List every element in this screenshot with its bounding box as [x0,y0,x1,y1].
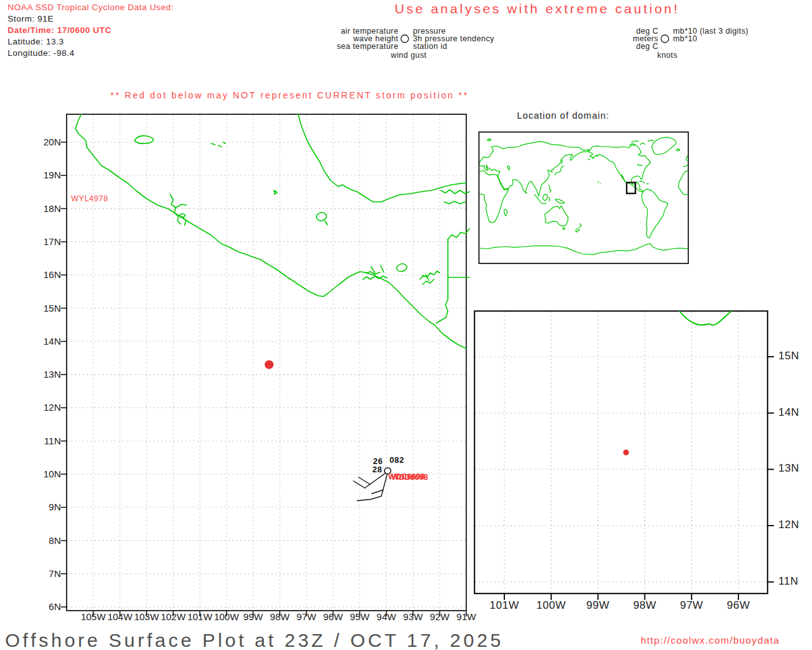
main-map-lat-label: 18N [29,203,61,214]
legend-unit-sea-temp: deg C [595,42,658,51]
main-map-lon-label: 96W [319,611,347,622]
station-sea-temp: 28 [372,465,382,475]
inset-map-title: Location of domain: [517,110,610,121]
main-map-lat-label: 10N [29,468,61,479]
buoy-label: WYL4978 [71,194,108,203]
main-map-lat-label: 15N [29,303,61,314]
source-url: http://coolwx.com/buoydata [641,635,780,646]
storm-position-dot-main [265,360,273,369]
zoom-map-lon-label: 96W [719,599,757,612]
main-map-lon-label: 92W [426,611,454,622]
main-map-lon-label: 91W [452,611,480,622]
main-map-lon-label: 93W [399,611,427,622]
legend-sea-temperature: sea temperature [303,42,398,51]
legend-wind-gust: wind gust [391,51,426,60]
main-map-lat-label: 20N [29,136,61,147]
main-map-lat-label: 8N [29,535,61,546]
storm-position-warning: ** Red dot below may NOT represent CURRE… [110,90,469,100]
main-map-lon-label: 102W [159,611,187,622]
zoom-map-lat-label: 14N [778,406,799,419]
zoom-map-lat-label: 15N [778,350,799,362]
main-map-lon-label: 97W [292,611,320,622]
storm-latitude-line: Latitude: 13.3 [8,37,64,47]
legend-unit-tendency: mb*10 [673,34,697,43]
main-map-lat-label: 19N [29,169,61,180]
station-pressure: 082 [390,456,404,465]
zoom-map-lon-label: 99W [579,599,617,612]
zoom-map-lat-label: 11N [778,575,798,588]
storm-longitude-line: Longitude: -98.4 [8,48,75,58]
zoom-map-lon-label: 101W [485,599,523,612]
legend-units-circle [661,35,669,43]
main-map-lat-label: 17N [29,236,61,247]
main-map-lon-label: 104W [106,611,134,622]
main-map-lat-label: 12N [29,402,61,413]
main-map-lat-label: 6N [29,601,61,612]
main-map-lon-label: 95W [346,611,374,622]
caution-banner: Use analyses with extreme caution! [395,1,679,17]
zoom-map-lat-label: 12N [778,519,799,531]
legend-station-id: station id [413,42,447,51]
main-map-lat-label: 14N [29,336,61,347]
main-map-lon-label: 94W [372,611,400,622]
storm-position-dot-zoom [623,449,629,455]
main-map-lon-label: 105W [79,611,107,622]
legend-unit-wind-gust: knots [657,51,678,60]
main-map-lat-label: 11N [29,435,61,446]
storm-datetime-line: Date/Time: 17/0600 UTC [8,25,112,36]
zoom-map-lon-label: 100W [532,599,570,612]
station-id-label-overlap: WDD8698 [391,473,428,482]
main-map-lon-label: 99W [239,611,267,622]
data-source-line: NOAA SSD Tropical Cyclone Data Used: [8,3,174,13]
legend-station-circle [401,35,409,43]
main-map-lat-label: 13N [29,369,61,380]
main-map-lat-label: 7N [29,568,61,579]
main-map-lon-label: 100W [213,611,240,622]
main-map-lat-label: 9N [29,501,61,512]
plot-title: Offshore Surface Plot at 23Z / OCT 17, 2… [5,630,504,650]
main-map-lon-label: 103W [133,611,160,622]
storm-id-line: Storm: 91E [8,14,54,24]
main-map-lon-label: 98W [266,611,294,622]
main-map-lon-label: 101W [186,611,214,622]
zoom-map-lon-label: 97W [672,599,710,612]
main-map-lat-label: 16N [29,269,61,280]
zoom-map-lon-label: 98W [625,599,664,612]
zoom-map-lat-label: 13N [778,462,799,475]
offshore-surface-plot: NOAA SSD Tropical Cyclone Data Used: Sto… [0,0,812,650]
